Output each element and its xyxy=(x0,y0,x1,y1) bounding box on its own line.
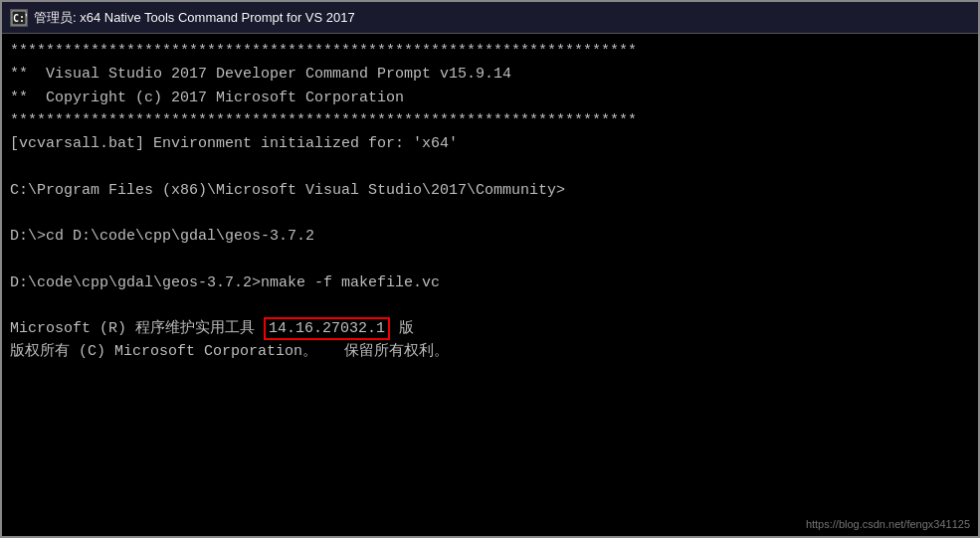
watermark-text: https://blog.csdn.net/fengx341125 xyxy=(806,518,970,530)
line-blank-path xyxy=(10,202,970,225)
line-mstool: Microsoft (R) 程序维护实用工具 14.16.27032.1 版 xyxy=(10,317,970,340)
line-cd-cmd: D:\>cd D:\code\cpp\gdal\geos-3.7.2 xyxy=(10,225,970,248)
line-vs: ** Visual Studio 2017 Developer Command … xyxy=(10,63,970,86)
line-blank-env xyxy=(10,155,970,178)
terminal-body[interactable]: ****************************************… xyxy=(2,34,978,536)
svg-text:C:\: C:\ xyxy=(13,13,27,24)
line-copyright: ** Copyright (c) 2017 Microsoft Corporat… xyxy=(10,87,970,109)
terminal-window: C:\ 管理员: x64 Native Tools Command Prompt… xyxy=(0,0,980,538)
ms-tool-post: 版 xyxy=(390,320,414,337)
line-rights: 版权所有 (C) Microsoft Corporation。 保留所有权利。 xyxy=(10,340,970,363)
ms-tool-pre: Microsoft (R) 程序维护实用工具 xyxy=(10,320,264,337)
line-env: [vcvarsall.bat] Environment initialized … xyxy=(10,132,970,155)
line-nmake: D:\code\cpp\gdal\geos-3.7.2>nmake -f mak… xyxy=(10,271,970,294)
line-blank-cd xyxy=(10,248,970,270)
stars-top: ****************************************… xyxy=(10,40,970,63)
terminal-icon: C:\ xyxy=(10,9,28,27)
line-path: C:\Program Files (x86)\Microsoft Visual … xyxy=(10,179,970,202)
title-bar: C:\ 管理员: x64 Native Tools Command Prompt… xyxy=(2,2,978,34)
version-highlight: 14.16.27032.1 xyxy=(264,317,390,340)
window-title: 管理员: x64 Native Tools Command Prompt for… xyxy=(34,9,355,27)
line-blank-nmake xyxy=(10,294,970,317)
stars-bottom: ****************************************… xyxy=(10,109,970,132)
